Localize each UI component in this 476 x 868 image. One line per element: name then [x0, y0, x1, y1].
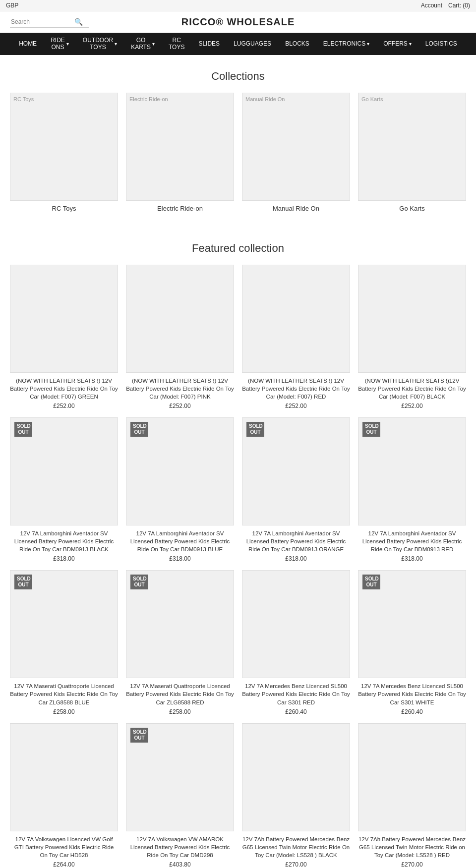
product-image: SOLDOUT [358, 417, 466, 525]
site-logo[interactable]: RICCO® WHOLESALE [181, 16, 295, 28]
product-card[interactable]: 12V 7A Volkswagen Licenced VW Golf GTI B… [10, 723, 118, 868]
product-title: 12V 7A Lamborghini Aventador SV Licensed… [126, 529, 234, 553]
nav-item-go-karts[interactable]: GOKARTS▾ [124, 33, 162, 55]
product-image [126, 265, 234, 373]
nav-item-electronics[interactable]: ELECTRONICS▾ [316, 36, 376, 51]
product-image [358, 265, 466, 373]
product-title: 12V 7A Lamborghini Aventador SV Licensed… [10, 529, 118, 553]
product-title: 12V 7Ah Battery Powered Mercedes-Benz G6… [358, 835, 466, 859]
nav-label: LUGGUAGES [234, 40, 271, 47]
sold-out-badge: SOLDOUT [362, 422, 380, 437]
product-image [10, 723, 118, 831]
collection-image: RC Toys [10, 93, 118, 201]
product-card[interactable]: (NOW WITH LEATHER SEATS !) 12V Battery P… [126, 265, 234, 409]
product-price: £318.00 [10, 555, 118, 562]
collection-item[interactable]: Electric Ride-on Electric Ride-on [126, 93, 234, 212]
product-card[interactable]: SOLDOUT 12V 7A Maserati Quattroporte Lic… [126, 570, 234, 715]
product-image: SOLDOUT [358, 570, 466, 678]
chevron-down-icon: ▾ [152, 41, 155, 47]
nav-label: ELECTRONICS [323, 40, 365, 47]
product-price: £318.00 [126, 555, 234, 562]
collection-item[interactable]: Manual Ride On Manual Ride On [242, 93, 350, 212]
sold-out-badge: SOLDOUT [246, 422, 264, 437]
sold-out-badge: SOLDOUT [14, 575, 32, 589]
account-link[interactable]: Account [421, 2, 442, 9]
search-input[interactable] [10, 16, 74, 27]
nav-item-lugguages[interactable]: LUGGUAGES [227, 36, 278, 51]
product-title: 12V 7Ah Battery Powered Mercedes-Benz G6… [242, 835, 350, 859]
nav-label: LOGISTICS [425, 40, 457, 47]
product-card[interactable]: 12V 7Ah Battery Powered Mercedes-Benz G6… [358, 723, 466, 868]
top-bar: GBP Account Cart: (0) [0, 0, 476, 11]
search-icon-button[interactable]: 🔍 [74, 18, 83, 26]
nav-item-home[interactable]: Home [12, 36, 44, 51]
search-area: 🔍 [10, 16, 89, 28]
sold-out-badge: SOLDOUT [130, 575, 148, 589]
product-image: SOLDOUT [126, 417, 234, 525]
currency-label: GBP [6, 2, 18, 9]
featured-title: Featured collection [0, 242, 476, 255]
nav-label: RIDEONS [51, 37, 65, 51]
collection-image-caption: Electric Ride-on [129, 96, 168, 102]
product-card[interactable]: SOLDOUT 12V 7A Maserati Quattroporte Lic… [10, 570, 118, 715]
nav-item-slides[interactable]: SLIDES [191, 36, 227, 51]
product-image: SOLDOUT [126, 723, 234, 831]
featured-grid: (NOW WITH LEATHER SEATS !) 12V Battery P… [0, 265, 476, 868]
sold-out-badge: SOLDOUT [362, 575, 380, 589]
cart-link[interactable]: Cart: (0) [448, 2, 470, 9]
nav-item-outdoor-toys[interactable]: OUTDOORTOYS▾ [76, 33, 124, 55]
product-price: £258.00 [10, 708, 118, 715]
product-image [10, 265, 118, 373]
nav-item-offers[interactable]: OFFERS▾ [376, 36, 418, 51]
product-card[interactable]: (NOW WITH LEATHER SEATS !) 12V Battery P… [242, 265, 350, 409]
nav-label: OFFERS [383, 40, 408, 47]
collection-label: RC Toys [10, 205, 118, 212]
product-title: (NOW WITH LEATHER SEATS !)12V Battery Po… [358, 377, 466, 401]
nav-label: OUTDOORTOYS [83, 37, 113, 51]
product-image: SOLDOUT [10, 417, 118, 525]
product-price: £260.40 [358, 708, 466, 715]
product-card[interactable]: SOLDOUT 12V 7A Lamborghini Aventador SV … [358, 417, 466, 562]
product-card[interactable]: SOLDOUT 12V 7A Lamborghini Aventador SV … [242, 417, 350, 562]
nav-item-logistics[interactable]: LOGISTICS [418, 36, 464, 51]
product-price: £270.00 [242, 861, 350, 868]
nav-label: RCTOYS [169, 37, 184, 51]
header: 🔍 RICCO® WHOLESALE [0, 11, 476, 33]
product-image [358, 723, 466, 831]
product-title: 12V 7A Mercedes Benz Licenced SL500 Batt… [358, 682, 466, 706]
sold-out-badge: SOLDOUT [14, 422, 32, 437]
product-price: £318.00 [358, 555, 466, 562]
product-title: 12V 7A Volkswagen VW AMAROK Licensed Bat… [126, 835, 234, 859]
product-title: 12V 7A Lamborghini Aventador SV Licensed… [358, 529, 466, 553]
product-price: £264.00 [10, 861, 118, 868]
collection-item[interactable]: Go Karts Go Karts [358, 93, 466, 212]
product-price: £252.00 [10, 403, 118, 409]
product-card[interactable]: 12V 7A Mercedes Benz Licenced SL500 Batt… [242, 570, 350, 715]
collection-item[interactable]: RC Toys RC Toys [10, 93, 118, 212]
collection-image-caption: RC Toys [13, 96, 34, 102]
product-card[interactable]: SOLDOUT 12V 7A Mercedes Benz Licenced SL… [358, 570, 466, 715]
product-price: £403.80 [126, 861, 234, 868]
product-card[interactable]: (NOW WITH LEATHER SEATS !) 12V Battery P… [10, 265, 118, 409]
product-card[interactable]: (NOW WITH LEATHER SEATS !)12V Battery Po… [358, 265, 466, 409]
product-card[interactable]: SOLDOUT 12V 7A Volkswagen VW AMAROK Lice… [126, 723, 234, 868]
collection-image-caption: Manual Ride On [245, 96, 285, 102]
chevron-down-icon: ▾ [115, 41, 117, 47]
product-card[interactable]: SOLDOUT 12V 7A Lamborghini Aventador SV … [10, 417, 118, 562]
sold-out-badge: SOLDOUT [130, 728, 148, 743]
collection-label: Go Karts [358, 205, 466, 212]
nav-label: GOKARTS [131, 37, 151, 51]
product-card[interactable]: 12V 7Ah Battery Powered Mercedes-Benz G6… [242, 723, 350, 868]
product-title: 12V 7A Mercedes Benz Licenced SL500 Batt… [242, 682, 350, 706]
product-image [242, 723, 350, 831]
nav-item-blocks[interactable]: BLOCKS [278, 36, 316, 51]
product-image: SOLDOUT [126, 570, 234, 678]
nav-label: SLIDES [198, 40, 220, 47]
product-image [242, 265, 350, 373]
nav-label: BLOCKS [285, 40, 309, 47]
collections-grid: RC Toys RC Toys Electric Ride-on Electri… [0, 93, 476, 227]
nav-item-rc-toys[interactable]: RCTOYS [162, 33, 191, 55]
product-image: SOLDOUT [10, 570, 118, 678]
product-card[interactable]: SOLDOUT 12V 7A Lamborghini Aventador SV … [126, 417, 234, 562]
nav-item-ride-ons[interactable]: RIDEONS▾ [44, 33, 76, 55]
